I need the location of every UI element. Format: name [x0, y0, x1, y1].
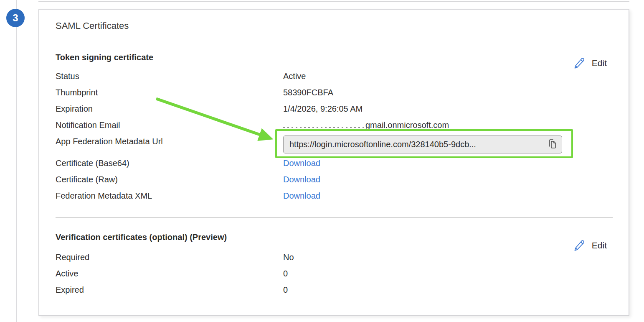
- redacted-email-prefix: [283, 120, 365, 128]
- status-label: Status: [56, 72, 79, 81]
- notification-email-value: gmail.onmicrosoft.com: [283, 120, 449, 130]
- thumbprint-value: 58390FCBFA: [283, 88, 335, 100]
- expired-label: Expired: [56, 285, 84, 295]
- active-row: Active 0: [56, 269, 614, 281]
- app-federation-metadata-url-value: https://login.microsoftonline.com/328140…: [289, 140, 544, 149]
- edit-button-label: Edit: [592, 58, 607, 68]
- thumbprint-row: Thumbprint 58390FCBFA: [56, 88, 614, 100]
- card-title: SAML Certificates: [56, 20, 129, 31]
- required-label: Required: [56, 253, 89, 262]
- email-visible-suffix: gmail.onmicrosoft.com: [365, 120, 449, 130]
- thumbprint-label: Thumbprint: [56, 88, 98, 97]
- certificate-base64-row: Certificate (Base64) Download: [56, 158, 614, 170]
- step-3-badge: 3: [6, 9, 25, 27]
- edit-button-label: Edit: [592, 240, 607, 250]
- federation-metadata-xml-row: Federation Metadata XML Download: [56, 191, 614, 203]
- pencil-icon: [573, 239, 585, 252]
- app-federation-metadata-url-field[interactable]: https://login.microsoftonline.com/328140…: [283, 135, 562, 153]
- status-value: Active: [283, 72, 306, 81]
- certificate-raw-row: Certificate (Raw) Download: [56, 175, 614, 187]
- step-timeline-line: [16, 0, 17, 322]
- required-value: No: [283, 253, 294, 262]
- expired-row: Expired 0: [56, 285, 614, 297]
- token-signing-certificate-heading: Token signing certificate: [56, 53, 153, 62]
- verification-certificates-heading: Verification certificates (optional) (Pr…: [56, 233, 227, 242]
- edit-verification-certificates-button[interactable]: Edit: [573, 239, 607, 252]
- active-value: 0: [283, 269, 288, 279]
- section-divider: [56, 217, 613, 218]
- copy-to-clipboard-button[interactable]: [548, 138, 557, 151]
- notification-email-row: Notification Email gmail.onmicrosoft.com: [56, 120, 614, 132]
- previous-card-bottom-border: [38, 1, 629, 2]
- active-label: Active: [56, 269, 78, 279]
- certificate-base64-download-link[interactable]: Download: [283, 158, 320, 168]
- pencil-icon: [573, 56, 585, 70]
- required-row: Required No: [56, 253, 614, 264]
- certificate-raw-label: Certificate (Raw): [56, 175, 118, 184]
- app-federation-metadata-url-label: App Federation Metadata Url: [56, 137, 163, 146]
- saml-sso-configuration-screen: 3 SAML Certificates Token signing certif…: [0, 0, 644, 322]
- certificate-base64-label: Certificate (Base64): [56, 158, 129, 168]
- copy-icon: [548, 138, 557, 151]
- expiration-row: Expiration 1/4/2026, 9:26:05 AM: [56, 104, 614, 116]
- certificate-raw-download-link[interactable]: Download: [283, 175, 320, 184]
- federation-metadata-xml-label: Federation Metadata XML: [56, 191, 152, 201]
- notification-email-label: Notification Email: [56, 120, 120, 130]
- edit-token-signing-certificate-button[interactable]: Edit: [573, 56, 607, 70]
- expiration-value: 1/4/2026, 9:26:05 AM: [283, 104, 363, 114]
- saml-certificates-card: SAML Certificates Token signing certific…: [38, 9, 629, 316]
- step-number: 3: [13, 12, 18, 24]
- expired-value: 0: [283, 285, 288, 295]
- status-row: Status Active: [56, 72, 614, 83]
- federation-metadata-xml-download-link[interactable]: Download: [283, 191, 320, 201]
- expiration-label: Expiration: [56, 104, 93, 114]
